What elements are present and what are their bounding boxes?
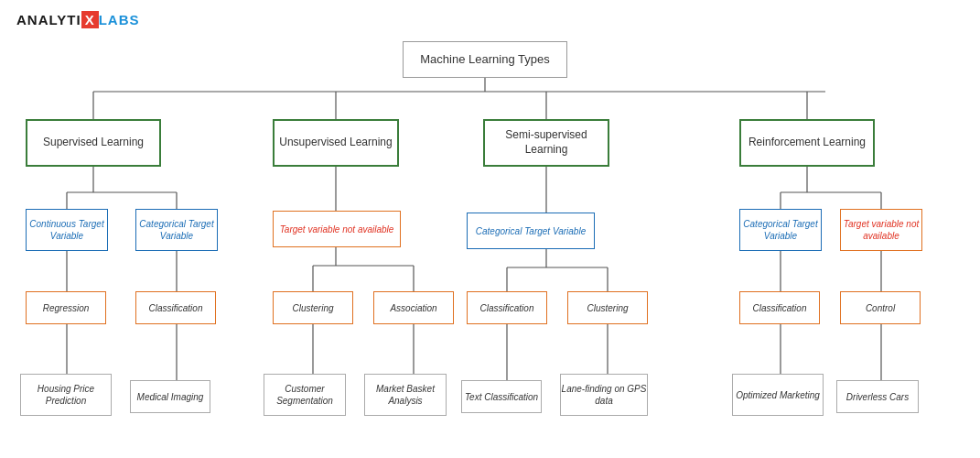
medical-imaging-node: Medical Imaging bbox=[130, 380, 210, 413]
optimized-marketing-node: Optimized Marketing bbox=[732, 374, 824, 416]
market-basket-node: Market Basket Analysis bbox=[364, 374, 447, 416]
categorical-target-sup-node: Categorical Target Variable bbox=[135, 209, 218, 251]
clustering-semi-node: Clustering bbox=[567, 291, 648, 324]
cat-target-semi-node: Categorical Target Variable bbox=[467, 213, 595, 249]
classification-sup-node: Classification bbox=[135, 291, 216, 324]
logo: ANALYTI X LABS bbox=[16, 11, 139, 28]
control-node: Control bbox=[840, 291, 921, 324]
target-not-avail-unsup-node: Target variable not available bbox=[273, 211, 401, 247]
regression-node: Regression bbox=[26, 291, 106, 324]
target-not-avail-reinf-node: Target variable not available bbox=[840, 209, 922, 251]
reinforcement-learning-node: Reinforcement Learning bbox=[739, 119, 875, 167]
classification-reinf-node: Classification bbox=[739, 291, 820, 324]
cat-target-reinf-node: Categorical Target Variable bbox=[739, 209, 822, 251]
root-node: Machine Learning Types bbox=[403, 41, 567, 78]
classification-semi-node: Classification bbox=[467, 291, 547, 324]
lane-finding-node: Lane-finding on GPS data bbox=[560, 374, 648, 416]
supervised-learning-node: Supervised Learning bbox=[26, 119, 161, 167]
logo-analytix: ANALYTI bbox=[16, 12, 81, 27]
housing-price-node: Housing Price Prediction bbox=[20, 374, 112, 416]
continuous-target-node: Continuous Target Variable bbox=[26, 209, 108, 251]
unsupervised-learning-node: Unsupervised Learning bbox=[273, 119, 399, 167]
association-node: Association bbox=[373, 291, 454, 324]
driverless-cars-node: Driverless Cars bbox=[836, 380, 919, 413]
text-classification-node: Text Classification bbox=[461, 380, 542, 413]
logo-x: X bbox=[81, 11, 99, 28]
semi-supervised-node: Semi-supervised Learning bbox=[483, 119, 609, 167]
customer-segmentation-node: Customer Segmentation bbox=[264, 374, 346, 416]
clustering-unsup-node: Clustering bbox=[273, 291, 353, 324]
logo-labs: LABS bbox=[99, 12, 140, 27]
